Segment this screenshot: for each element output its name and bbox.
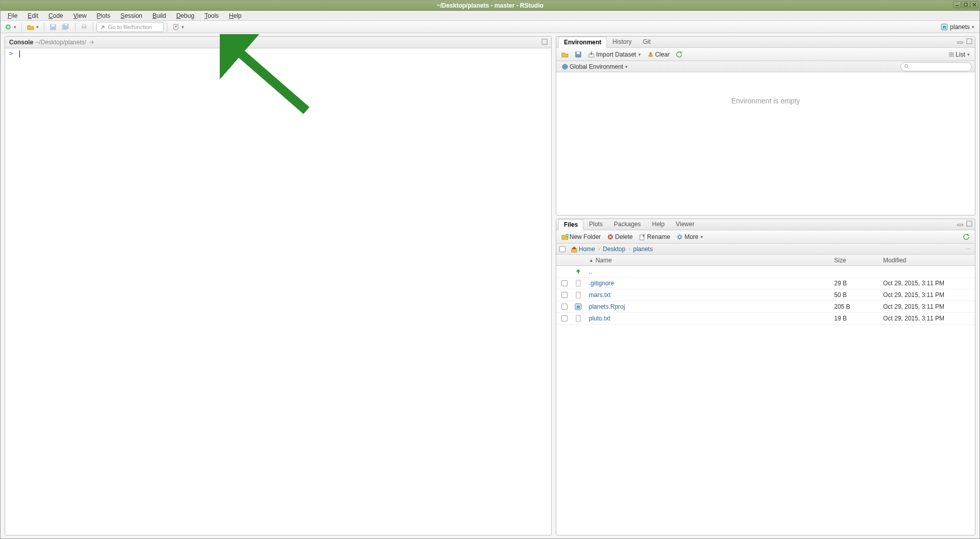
svg-rect-23 bbox=[649, 55, 653, 57]
delete-button[interactable]: Delete bbox=[605, 232, 635, 242]
save-workspace-button[interactable] bbox=[573, 49, 584, 60]
addins-button[interactable] bbox=[170, 22, 186, 32]
svg-rect-38 bbox=[576, 280, 580, 286]
console-tab[interactable]: Console bbox=[9, 39, 33, 46]
clear-button[interactable]: Clear bbox=[645, 49, 672, 60]
print-button[interactable] bbox=[79, 22, 90, 32]
file-checkbox[interactable] bbox=[561, 280, 568, 286]
file-row[interactable]: mars.txt50 BOct 29, 2015, 3:11 PM bbox=[556, 289, 975, 301]
maximize-pane-icon[interactable] bbox=[966, 38, 973, 45]
file-name[interactable]: pluto.txt bbox=[589, 315, 610, 322]
menu-build[interactable]: Build bbox=[148, 11, 170, 20]
file-size: 50 B bbox=[834, 291, 883, 299]
console-path-arrow-icon[interactable] bbox=[88, 39, 95, 45]
file-name[interactable]: mars.txt bbox=[589, 291, 611, 299]
new-folder-button[interactable]: New Folder bbox=[559, 232, 603, 242]
file-row[interactable]: pluto.txt19 BOct 29, 2015, 3:11 PM bbox=[556, 313, 975, 325]
menu-debug[interactable]: Debug bbox=[172, 11, 198, 20]
menu-session[interactable]: Session bbox=[116, 11, 146, 20]
svg-point-27 bbox=[562, 64, 568, 69]
maximize-pane-icon[interactable] bbox=[541, 38, 548, 45]
file-checkbox[interactable] bbox=[561, 315, 568, 321]
breadcrumb-home[interactable]: Home bbox=[579, 246, 595, 253]
console-body[interactable]: > bbox=[5, 48, 551, 535]
main-toolbar: Go to file/function R planets ▾ bbox=[1, 21, 979, 33]
new-file-button[interactable] bbox=[3, 22, 18, 32]
svg-rect-1 bbox=[964, 3, 967, 6]
tab-environment[interactable]: Environment bbox=[558, 37, 607, 48]
sort-arrow-icon[interactable]: ▲ bbox=[589, 258, 594, 263]
refresh-files-button[interactable] bbox=[961, 232, 972, 242]
list-view-button[interactable]: List bbox=[946, 49, 972, 60]
project-switcher[interactable]: R planets ▾ bbox=[938, 22, 977, 32]
menu-file[interactable]: File bbox=[4, 11, 21, 20]
tab-help[interactable]: Help bbox=[647, 219, 670, 230]
goto-file-input[interactable]: Go to file/function bbox=[96, 22, 164, 32]
menu-tools[interactable]: Tools bbox=[200, 11, 223, 20]
svg-rect-9 bbox=[65, 24, 67, 25]
file-modified: Oct 29, 2015, 3:11 PM bbox=[883, 315, 975, 322]
minimize-pane-icon[interactable] bbox=[957, 38, 964, 45]
svg-rect-18 bbox=[958, 42, 963, 43]
titlebar: ~/Desktop/planets - master - RStudio bbox=[1, 1, 979, 11]
svg-rect-11 bbox=[83, 24, 86, 26]
menu-view[interactable]: View bbox=[69, 11, 91, 20]
menu-help[interactable]: Help bbox=[225, 11, 246, 20]
file-size: 205 B bbox=[834, 303, 883, 310]
file-row[interactable]: .gitignore29 BOct 29, 2015, 3:11 PM bbox=[556, 278, 975, 289]
menu-plots[interactable]: Plots bbox=[93, 11, 115, 20]
refresh-env-button[interactable] bbox=[674, 49, 685, 60]
close-button[interactable] bbox=[970, 1, 978, 8]
more-button[interactable]: More bbox=[674, 232, 705, 242]
select-all-checkbox[interactable] bbox=[559, 246, 565, 252]
file-icon bbox=[575, 315, 589, 322]
file-name[interactable]: planets.Rproj bbox=[589, 303, 625, 310]
maximize-pane-icon[interactable] bbox=[966, 220, 973, 227]
tab-packages[interactable]: Packages bbox=[608, 219, 647, 230]
rproj-icon: R bbox=[941, 23, 948, 31]
svg-rect-31 bbox=[967, 221, 972, 226]
tab-viewer[interactable]: Viewer bbox=[670, 219, 700, 230]
file-name[interactable]: .gitignore bbox=[589, 280, 614, 287]
file-row[interactable]: Rplanets.Rproj205 BOct 29, 2015, 3:11 PM bbox=[556, 301, 975, 313]
svg-text:R: R bbox=[577, 305, 580, 310]
save-button[interactable] bbox=[47, 22, 59, 32]
tab-git[interactable]: Git bbox=[637, 36, 656, 47]
menu-code[interactable]: Code bbox=[44, 11, 67, 20]
tab-plots[interactable]: Plots bbox=[583, 219, 608, 230]
col-name[interactable]: Name bbox=[596, 257, 612, 264]
file-row-up[interactable]: .. bbox=[556, 266, 975, 278]
home-icon[interactable] bbox=[571, 246, 578, 253]
gear-icon bbox=[676, 233, 683, 240]
minimize-button[interactable] bbox=[953, 1, 961, 8]
breadcrumb-desktop[interactable]: Desktop bbox=[603, 246, 625, 253]
menu-edit[interactable]: Edit bbox=[23, 11, 42, 20]
scope-selector[interactable]: Global Environment bbox=[559, 62, 630, 72]
svg-rect-42 bbox=[576, 315, 580, 321]
col-size[interactable]: Size bbox=[834, 257, 883, 264]
cursor bbox=[19, 50, 20, 58]
save-all-button[interactable] bbox=[60, 22, 72, 32]
svg-point-37 bbox=[678, 235, 681, 238]
file-size: 19 B bbox=[834, 315, 883, 322]
tab-files[interactable]: Files bbox=[558, 219, 583, 230]
minimize-pane-icon[interactable] bbox=[957, 220, 964, 227]
goto-file-placeholder: Go to file/function bbox=[108, 24, 152, 30]
open-file-button[interactable] bbox=[25, 22, 41, 32]
rename-button[interactable]: Rename bbox=[637, 232, 672, 242]
window-title: ~/Desktop/planets - master - RStudio bbox=[436, 2, 544, 9]
svg-rect-30 bbox=[958, 224, 963, 226]
breadcrumb-planets[interactable]: planets bbox=[633, 246, 653, 253]
tab-history[interactable]: History bbox=[607, 36, 637, 47]
file-icon bbox=[575, 291, 589, 299]
env-search-input[interactable] bbox=[900, 62, 972, 71]
svg-text:R: R bbox=[943, 25, 946, 30]
svg-rect-19 bbox=[967, 39, 972, 44]
maximize-button[interactable] bbox=[962, 1, 970, 8]
import-dataset-button[interactable]: Import Dataset bbox=[586, 49, 643, 60]
file-checkbox[interactable] bbox=[561, 304, 568, 310]
breadcrumb-more-icon[interactable]: ⋯ bbox=[965, 246, 972, 253]
col-modified[interactable]: Modified bbox=[883, 257, 975, 264]
file-checkbox[interactable] bbox=[561, 292, 568, 298]
load-workspace-button[interactable] bbox=[559, 49, 571, 60]
